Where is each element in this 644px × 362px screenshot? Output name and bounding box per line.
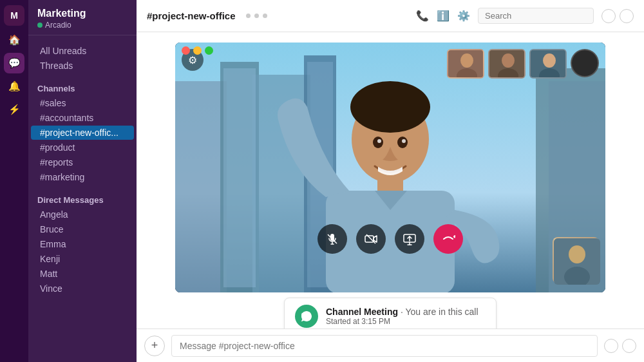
sidebar-item-dm-emma[interactable]: Emma (31, 237, 134, 251)
thumbnail-dark (571, 49, 599, 77)
svg-point-18 (460, 53, 473, 68)
window-close[interactable] (182, 46, 190, 55)
msg-circle-1[interactable] (604, 339, 618, 353)
sidebar-item-accountants[interactable]: #accountants (31, 111, 134, 125)
channel-name: #accountants (40, 113, 93, 123)
call-notification: Channel Meeting · You are in this call S… (284, 298, 497, 329)
main-content: #project-new-office 📞 ℹ️ ⚙️ (137, 0, 644, 362)
video-call-container: ⚙ (175, 43, 605, 292)
call-notification-icon (295, 305, 318, 328)
call-controls (317, 224, 463, 254)
call-info: Channel Meeting · You are in this call S… (326, 307, 478, 326)
sidebar-item-threads[interactable]: Threads (31, 59, 134, 73)
sidebar-item-sales[interactable]: #sales (31, 96, 134, 110)
home-icon[interactable]: 🏠 (4, 30, 24, 50)
thumbnail-bottom-right (553, 237, 599, 283)
svg-point-21 (502, 53, 515, 68)
threads-label: Threads (40, 61, 73, 71)
sidebar-item-marketing[interactable]: #marketing (31, 170, 134, 184)
dm-name: Vince (40, 283, 62, 294)
dm-name: Angela (40, 209, 68, 220)
channel-header: #project-new-office 📞 ℹ️ ⚙️ (137, 0, 644, 32)
sidebar-item-product[interactable]: #product (31, 140, 134, 155)
gear-icon[interactable]: ⚙️ (457, 10, 470, 22)
end-call-button[interactable] (433, 224, 463, 254)
header-dots (246, 14, 267, 18)
status-dot (37, 23, 43, 28)
channel-name: #project-new-offic... (40, 128, 118, 138)
info-icon[interactable]: ℹ️ (437, 10, 450, 22)
channels-label: Channels (28, 84, 137, 93)
background-svg (175, 43, 605, 292)
settings-icon: ⚙ (188, 54, 197, 66)
dm-name: Emma (40, 239, 66, 249)
sidebar-item-dm-vince[interactable]: Vince (31, 281, 134, 296)
unreads-section: All Unreads Threads (28, 35, 137, 76)
channels-section: Channels #sales #accountants #project-ne… (28, 76, 137, 187)
svg-point-27 (569, 245, 585, 263)
thumbnail-3 (529, 49, 567, 79)
header-circle-1[interactable] (601, 9, 616, 23)
svg-point-16 (402, 139, 406, 143)
dm-section: Direct Messages Angela Bruce Emma Kenji … (28, 187, 137, 299)
bell-icon[interactable]: 🔔 (4, 76, 24, 97)
call-subtitle-inline: · You are in this call (401, 307, 478, 317)
message-bar: + (137, 329, 644, 362)
svg-rect-1 (175, 81, 227, 292)
header-dot (246, 14, 251, 18)
channel-name: #product (40, 142, 75, 153)
thumbnail-2 (488, 49, 526, 79)
sidebar-header: Marketing Arcadio (28, 0, 137, 35)
channel-title-area: #project-new-office (147, 10, 267, 21)
sidebar-item-dm-kenji[interactable]: Kenji (31, 252, 134, 266)
sidebar-item-dm-angela[interactable]: Angela (31, 207, 134, 222)
username: Arcadio (45, 21, 71, 30)
sidebar-item-reports[interactable]: #reports (31, 155, 134, 169)
dm-name: Bruce (40, 224, 64, 234)
channel-name: #reports (40, 157, 73, 167)
svg-point-15 (377, 139, 381, 143)
msg-circle-2[interactable] (622, 339, 636, 353)
call-time: Started at 3:15 PM (326, 317, 478, 326)
content-area: ⚙ (137, 32, 644, 329)
sidebar-item-all-unreads[interactable]: All Unreads (31, 44, 134, 58)
icon-strip: M 🏠 💬 🔔 ⚡ (0, 0, 28, 362)
window-maximize[interactable] (205, 46, 213, 55)
header-circle-2[interactable] (620, 9, 634, 23)
message-input[interactable] (171, 335, 598, 357)
video-button[interactable] (356, 224, 386, 254)
header-search-input[interactable] (478, 8, 594, 24)
svg-rect-7 (223, 68, 256, 287)
header-circles (601, 9, 634, 23)
workspace-avatar[interactable]: M (4, 5, 24, 26)
dm-name: Kenji (40, 254, 60, 264)
grid-icon[interactable]: ⚡ (4, 99, 24, 120)
window-minimize[interactable] (193, 46, 202, 55)
video-background (175, 43, 605, 292)
header-dot (263, 14, 267, 18)
channel-name: #sales (40, 98, 66, 108)
all-unreads-label: All Unreads (40, 46, 86, 56)
sidebar-item-dm-bruce[interactable]: Bruce (31, 222, 134, 236)
workspace-name: Marketing (37, 8, 128, 19)
call-title: Channel Meeting · You are in this call (326, 307, 478, 317)
message-bar-icons (604, 339, 636, 353)
thumbnail-1 (447, 49, 484, 79)
dm-name: Matt (40, 269, 57, 279)
svg-point-10 (350, 81, 430, 133)
thumbnails-container (447, 49, 599, 79)
channel-name: #marketing (40, 172, 84, 182)
header-dot (254, 14, 259, 18)
screen-share-button[interactable] (395, 224, 424, 254)
svg-point-24 (543, 53, 556, 68)
sidebar-item-project-new-office[interactable]: #project-new-offic... (31, 126, 134, 140)
add-button[interactable]: + (144, 336, 165, 356)
channel-title: #project-new-office (147, 10, 236, 21)
sidebar-item-dm-matt[interactable]: Matt (31, 267, 134, 281)
phone-icon[interactable]: 📞 (416, 10, 429, 22)
plus-icon: + (151, 339, 158, 352)
message-icon[interactable]: 💬 (4, 53, 24, 73)
user-status: Arcadio (37, 21, 128, 30)
mute-button[interactable] (317, 224, 347, 254)
dm-label: Direct Messages (28, 195, 137, 205)
